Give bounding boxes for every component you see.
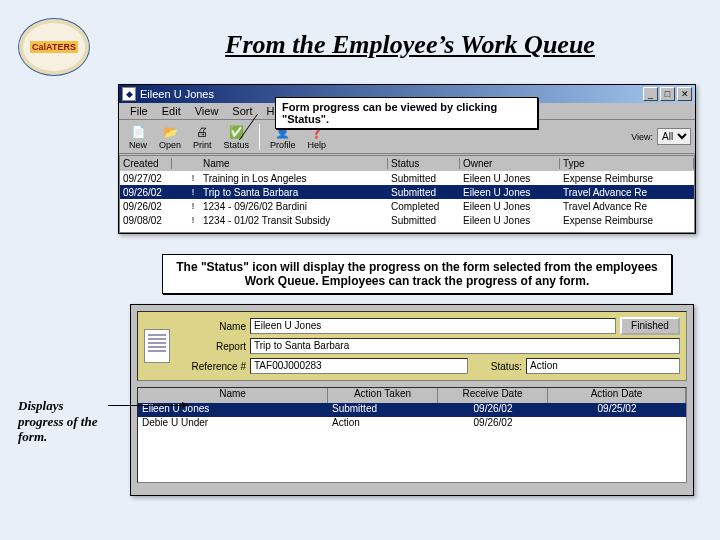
app-icon: ◆	[122, 87, 136, 101]
reference-label: Reference #	[178, 361, 246, 372]
callout-status-tip: Form progress can be viewed by clicking …	[275, 97, 538, 129]
view-select[interactable]: All	[657, 128, 691, 145]
col-created[interactable]: Created	[120, 158, 172, 169]
callout-status-explain: The "Status" icon will display the progr…	[162, 254, 672, 294]
col-name[interactable]: Name	[200, 158, 388, 169]
pcol-name[interactable]: Name	[138, 388, 328, 403]
form-summary-panel: Name Eileen U Jones Finished Report Trip…	[137, 311, 687, 381]
table-header: Created Name Status Owner Type	[120, 156, 694, 171]
window-title: Eileen U Jones	[140, 88, 214, 100]
work-queue-table: Created Name Status Owner Type 09/27/02!…	[119, 155, 695, 233]
status-detail-window: Name Eileen U Jones Finished Report Trip…	[130, 304, 694, 496]
open-button[interactable]: 📂Open	[153, 123, 187, 151]
view-label: View:	[631, 132, 653, 142]
table-row[interactable]: 09/08/02!1234 - 01/02 Transit SubsidySub…	[120, 213, 694, 227]
app-logo: CalATERS	[18, 18, 90, 76]
reference-field: TAF00J000283	[250, 358, 468, 374]
pcol-adate[interactable]: Action Date	[548, 388, 686, 403]
status-field: Action	[526, 358, 680, 374]
minimize-button[interactable]: _	[643, 87, 658, 101]
pcol-receive[interactable]: Receive Date	[438, 388, 548, 403]
print-icon: 🖨	[194, 124, 210, 140]
progress-row[interactable]: Debie U Under Action 09/26/02	[138, 417, 686, 431]
status-label: Status:	[472, 361, 522, 372]
print-button[interactable]: 🖨Print	[187, 123, 218, 151]
progress-row[interactable]: Eileen U Jones Submitted 09/26/02 09/25/…	[138, 403, 686, 417]
finished-button[interactable]: Finished	[620, 317, 680, 335]
annotation-arrow	[108, 405, 188, 406]
name-label: Name	[178, 321, 246, 332]
progress-header: Name Action Taken Receive Date Action Da…	[138, 388, 686, 403]
menu-view[interactable]: View	[188, 103, 226, 119]
new-icon: 📄	[130, 124, 146, 140]
side-annotation: Displays progress of the form.	[18, 398, 108, 445]
table-row[interactable]: 09/26/02!1234 - 09/26/02 BardiniComplete…	[120, 199, 694, 213]
menu-edit[interactable]: Edit	[155, 103, 188, 119]
report-field: Trip to Santa Barbara	[250, 338, 680, 354]
new-button[interactable]: 📄New	[123, 123, 153, 151]
name-field: Eileen U Jones	[250, 318, 616, 334]
col-owner[interactable]: Owner	[460, 158, 560, 169]
open-icon: 📂	[162, 124, 178, 140]
close-button[interactable]: ✕	[677, 87, 692, 101]
col-type[interactable]: Type	[560, 158, 694, 169]
progress-table: Name Action Taken Receive Date Action Da…	[137, 387, 687, 483]
maximize-button[interactable]: □	[660, 87, 675, 101]
table-row[interactable]: 09/27/02!Training in Los AngelesSubmitte…	[120, 171, 694, 185]
pcol-action[interactable]: Action Taken	[328, 388, 438, 403]
menu-file[interactable]: File	[123, 103, 155, 119]
col-status[interactable]: Status	[388, 158, 460, 169]
report-label: Report	[178, 341, 246, 352]
table-row[interactable]: 09/26/02!Trip to Santa BarbaraSubmittedE…	[120, 185, 694, 199]
page-title: From the Employee’s Work Queue	[120, 30, 700, 60]
document-icon	[144, 329, 170, 363]
